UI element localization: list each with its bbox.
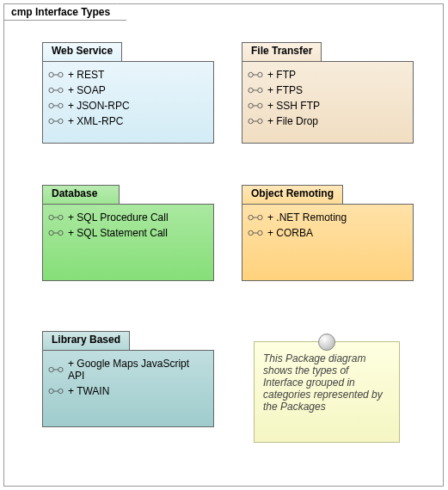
package-item: + SQL Statement Call: [48, 225, 208, 241]
package-remoting: Object Remoting+ .NET Remoting+ CORBA: [242, 185, 414, 281]
svg-point-26: [58, 215, 63, 219]
svg-point-6: [49, 103, 53, 107]
svg-point-8: [58, 103, 63, 107]
svg-point-23: [258, 119, 262, 123]
svg-point-41: [58, 389, 63, 393]
svg-point-20: [258, 103, 262, 107]
package-item-label: + FTP: [267, 69, 296, 81]
package-item: + .NET Remoting: [248, 210, 408, 225]
svg-point-36: [49, 367, 53, 371]
package-tab: Library Based: [42, 331, 130, 350]
package-item: + FTP: [248, 67, 408, 83]
svg-point-39: [49, 389, 53, 393]
package-title: File Transfer: [251, 45, 312, 57]
svg-point-21: [249, 119, 253, 123]
svg-point-33: [249, 230, 253, 235]
package-tab: Web Service: [42, 42, 122, 61]
svg-point-12: [249, 72, 253, 77]
diagram-title-tab: cmp Interface Types: [3, 3, 126, 21]
pin-icon: [318, 334, 335, 351]
interface-icon: [248, 117, 263, 126]
package-item-label: + FTPS: [267, 84, 303, 96]
package-tab: Database: [42, 185, 120, 204]
package-body: + SQL Procedure Call+ SQL Statement Call: [42, 204, 214, 281]
package-item-label: + .NET Remoting: [267, 211, 347, 224]
svg-point-0: [49, 72, 53, 77]
interface-icon: [48, 365, 64, 374]
package-lib: Library Based+ Google Maps JavaScript AP…: [42, 331, 214, 427]
svg-point-35: [258, 230, 262, 235]
interface-icon: [48, 387, 64, 395]
package-body: + FTP+ FTPS+ SSH FTP+ File Drop: [242, 61, 414, 144]
interface-icon: [248, 101, 263, 110]
note-text: This Package diagram shows the types of …: [263, 352, 390, 413]
interface-icon: [48, 229, 64, 237]
package-item: + REST: [48, 67, 208, 83]
package-item-label: + XML-RPC: [68, 115, 123, 127]
interface-icon: [248, 86, 263, 95]
svg-point-5: [58, 88, 63, 92]
package-item-label: + SOAP: [68, 84, 106, 96]
package-item-label: + REST: [68, 69, 104, 81]
package-title: Library Based: [52, 334, 120, 346]
package-item: + TWAIN: [48, 383, 208, 399]
svg-point-30: [249, 215, 253, 219]
package-title: Web Service: [52, 45, 113, 57]
package-item-label: + Google Maps JavaScript API: [68, 358, 208, 382]
interface-icon: [48, 101, 64, 110]
package-tab: Object Remoting: [242, 185, 343, 204]
interface-icon: [48, 117, 64, 126]
interface-icon: [48, 213, 64, 222]
svg-point-2: [58, 72, 63, 77]
diagram-frame: cmp Interface Types Web Service+ REST+ S…: [3, 3, 444, 487]
package-web: Web Service+ REST+ SOAP+ JSON-RPC+ XML-R…: [42, 42, 214, 144]
package-db: Database+ SQL Procedure Call+ SQL Statem…: [42, 185, 214, 281]
svg-point-38: [58, 367, 63, 371]
package-item: + CORBA: [248, 225, 408, 241]
note: This Package diagram shows the types of …: [254, 341, 400, 443]
package-body: + .NET Remoting+ CORBA: [242, 204, 414, 281]
package-item: + SQL Procedure Call: [48, 210, 208, 225]
svg-point-27: [49, 230, 53, 235]
svg-point-11: [58, 119, 63, 123]
package-item-label: + TWAIN: [68, 385, 109, 397]
package-item: + SOAP: [48, 83, 208, 98]
package-item: + Google Maps JavaScript API: [48, 356, 208, 383]
package-item: + XML-RPC: [48, 113, 208, 129]
diagram-title: cmp Interface Types: [11, 6, 110, 18]
interface-icon: [48, 86, 64, 95]
package-body: + Google Maps JavaScript API+ TWAIN: [42, 350, 214, 427]
package-item: + File Drop: [248, 113, 408, 129]
package-item-label: + SQL Statement Call: [68, 227, 168, 239]
package-item-label: + SQL Procedure Call: [68, 211, 169, 224]
package-item-label: + SSH FTP: [267, 100, 320, 112]
svg-point-15: [249, 88, 253, 92]
package-item-label: + JSON-RPC: [68, 100, 130, 112]
package-file: File Transfer+ FTP+ FTPS+ SSH FTP+ File …: [242, 42, 414, 144]
svg-point-17: [258, 88, 262, 92]
interface-icon: [48, 70, 64, 79]
package-item: + FTPS: [248, 83, 408, 98]
package-item-label: + CORBA: [267, 227, 313, 239]
svg-point-14: [258, 72, 262, 77]
interface-icon: [248, 229, 263, 237]
package-tab: File Transfer: [242, 42, 322, 61]
svg-point-29: [58, 230, 63, 235]
svg-point-3: [49, 88, 53, 92]
interface-icon: [248, 213, 263, 222]
package-title: Database: [52, 187, 97, 199]
svg-point-24: [49, 215, 53, 219]
svg-point-32: [258, 215, 262, 219]
package-item: + SSH FTP: [248, 98, 408, 113]
interface-icon: [248, 70, 263, 79]
svg-point-9: [49, 119, 53, 123]
package-item-label: + File Drop: [267, 115, 318, 127]
package-title: Object Remoting: [251, 187, 334, 199]
svg-point-18: [249, 103, 253, 107]
package-item: + JSON-RPC: [48, 98, 208, 113]
package-body: + REST+ SOAP+ JSON-RPC+ XML-RPC: [42, 61, 214, 144]
